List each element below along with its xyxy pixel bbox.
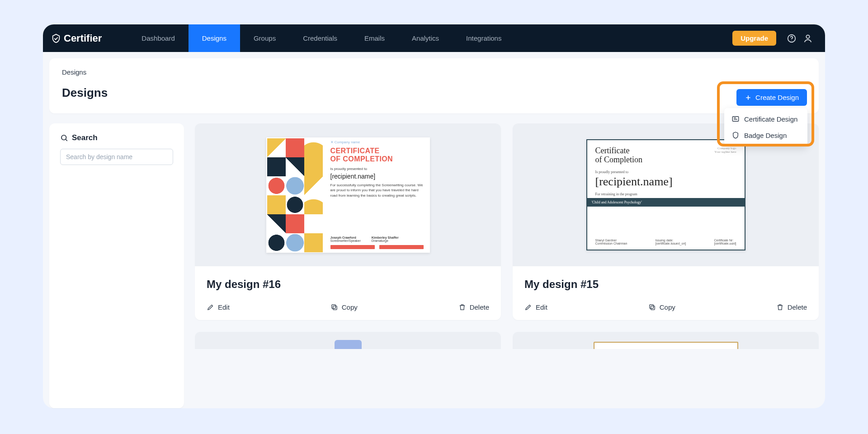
design-card-peek[interactable]: [195, 332, 501, 349]
profile-icon[interactable]: [800, 30, 816, 47]
dropdown-badge-design[interactable]: Badge Design: [724, 127, 807, 143]
copy-icon: [648, 303, 656, 311]
delete-label: Delete: [788, 303, 807, 311]
trash-icon: [458, 303, 466, 311]
cert1-company: ✕ Company name: [330, 140, 424, 144]
copy-icon: [330, 303, 338, 311]
svg-rect-6: [332, 305, 336, 309]
cert1-recipient: [recipient.name]: [330, 173, 424, 180]
cert2-presented: Is proudly presented to: [595, 170, 736, 174]
cert2-heading1: Certificate: [595, 146, 643, 156]
create-design-button[interactable]: Create Design: [736, 89, 807, 106]
svg-rect-7: [651, 306, 655, 310]
upgrade-button[interactable]: Upgrade: [732, 31, 776, 46]
delete-design-button[interactable]: Delete: [458, 303, 489, 311]
search-heading-label: Search: [72, 133, 98, 142]
page-title: Designs: [62, 86, 806, 100]
design-card-title: My design #15: [524, 278, 807, 291]
design-card-peek[interactable]: [513, 332, 819, 349]
edit-icon: [207, 303, 214, 311]
create-design-dropdown: Certificate Design Badge Design: [724, 108, 807, 146]
cert2-f3b: [certificate.uuid]: [714, 242, 736, 245]
cert2-retrain: For retraining in the program: [595, 192, 736, 196]
cert2-heading2: of Completion: [595, 156, 643, 165]
copy-label: Copy: [342, 303, 358, 311]
delete-label: Delete: [470, 303, 489, 311]
copy-label: Copy: [660, 303, 675, 311]
cert1-paragraph: For successfully completing the Screenwr…: [330, 183, 424, 198]
design-card-title: My design #16: [207, 278, 489, 291]
cert2-f2b: [certificate.issued_on]: [656, 242, 686, 245]
nav-item-analytics[interactable]: Analytics: [398, 24, 453, 52]
svg-rect-3: [732, 117, 739, 122]
svg-rect-5: [333, 306, 337, 310]
cert1-sig2-name: Kimberley Shaffer: [372, 236, 399, 239]
breadcrumb[interactable]: Designs: [62, 68, 806, 76]
cert1-heading1: CERTIFICATE: [330, 147, 424, 155]
cert2-logo1: Company logo: [717, 146, 736, 150]
edit-design-button[interactable]: Edit: [207, 303, 230, 311]
top-navbar: Certifier Dashboard Designs Groups Crede…: [43, 24, 825, 52]
badge-icon: [731, 131, 740, 139]
cert1-sig1-name: Joseph Crawford: [330, 236, 361, 239]
plus-icon: [745, 94, 752, 101]
svg-point-4: [61, 135, 66, 140]
nav-item-designs[interactable]: Designs: [189, 24, 240, 52]
certificate-icon: [731, 115, 740, 123]
design-thumbnail[interactable]: ✕ Company name CERTIFICATE OF COMPLETION…: [195, 123, 501, 266]
edit-label: Edit: [536, 303, 547, 311]
help-icon[interactable]: [783, 30, 800, 47]
search-icon: [60, 134, 68, 142]
cert1-sig1-role: Screenwriter/Speaker: [330, 239, 361, 242]
nav-item-integrations[interactable]: Integrations: [453, 24, 515, 52]
cert2-logo2: Your tagline here: [714, 150, 736, 154]
edit-design-button[interactable]: Edit: [524, 303, 547, 311]
svg-point-2: [806, 35, 809, 38]
cert2-f1b: Commission Chairman: [595, 242, 627, 245]
svg-rect-8: [650, 305, 654, 309]
cert2-recipient: [recipient.name]: [595, 175, 736, 189]
trash-icon: [776, 303, 784, 311]
cert2-f1a: Sharyl Gardner: [595, 239, 627, 242]
nav-item-credentials[interactable]: Credentials: [289, 24, 351, 52]
copy-design-button[interactable]: Copy: [330, 303, 358, 311]
delete-design-button[interactable]: Delete: [776, 303, 807, 311]
page-header: Designs Designs Create Design Certificat…: [49, 58, 819, 113]
cert1-heading2: OF COMPLETION: [330, 155, 424, 163]
cert1-presented: Is proudly presented to: [330, 167, 424, 171]
design-card: Certificate of Completion Company logo Y…: [513, 123, 819, 320]
nav-items: Dashboard Designs Groups Credentials Ema…: [128, 24, 515, 52]
design-card: ✕ Company name CERTIFICATE OF COMPLETION…: [195, 123, 501, 320]
dropdown-certificate-label: Certificate Design: [744, 115, 797, 123]
edit-icon: [524, 303, 532, 311]
nav-item-dashboard[interactable]: Dashboard: [128, 24, 188, 52]
brand-logo: Certifier: [51, 33, 102, 44]
edit-label: Edit: [218, 303, 230, 311]
svg-point-1: [791, 40, 792, 41]
brand-name: Certifier: [64, 33, 102, 44]
cert2-f3a: Certificate Nr:: [714, 239, 736, 242]
search-heading: Search: [60, 133, 173, 142]
copy-design-button[interactable]: Copy: [648, 303, 675, 311]
dropdown-badge-label: Badge Design: [744, 132, 787, 139]
create-design-label: Create Design: [755, 94, 799, 101]
cert2-f2a: Issuing date:: [656, 239, 686, 242]
nav-item-groups[interactable]: Groups: [240, 24, 289, 52]
cert2-band: 'Child and Adolescent Psychology': [587, 198, 745, 207]
search-input[interactable]: [60, 149, 173, 165]
nav-item-emails[interactable]: Emails: [351, 24, 398, 52]
search-sidebar: Search: [49, 123, 184, 408]
certifier-logo-icon: [51, 33, 61, 43]
dropdown-certificate-design[interactable]: Certificate Design: [724, 111, 807, 127]
cert1-sig2-role: Dramaturge: [372, 239, 388, 242]
